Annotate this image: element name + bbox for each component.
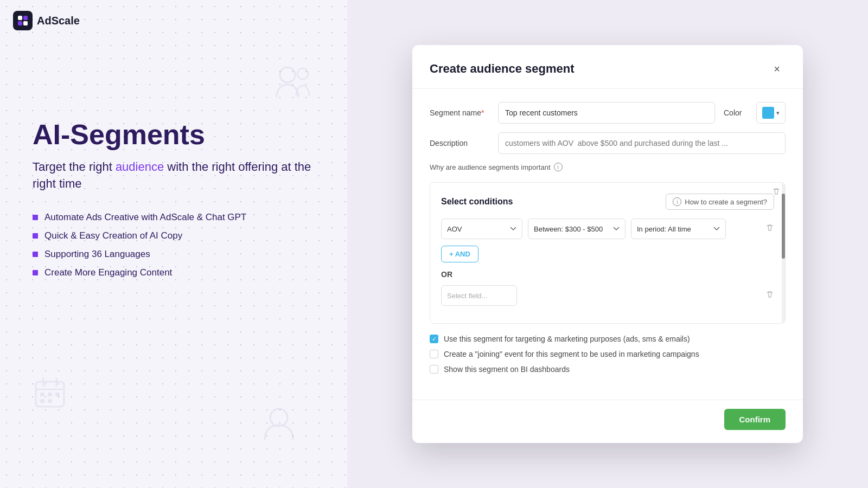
checkbox-row-3: Show this segment on BI dashboards [430,365,786,374]
scrollbar-thumb[interactable] [782,194,785,259]
svg-rect-10 [40,393,44,396]
modal-footer: Confirm [412,400,803,443]
how-to-button[interactable]: i How to create a segment? [666,194,774,210]
checkbox-section: Use this segment for targeting & marketi… [430,335,786,374]
condition-row: AOV Between: $300 - $500 In period: All … [441,219,774,239]
ghost-calendar-icon [33,375,67,412]
segment-name-input[interactable] [498,102,715,124]
and-button[interactable]: + AND [441,246,478,262]
list-item: Create More Engaging Content [33,267,326,278]
checkbox-targeting[interactable] [430,335,438,343]
svg-rect-11 [48,393,52,396]
checkbox-row-1: Use this segment for targeting & marketi… [430,335,786,343]
description-row: Description [430,132,786,154]
condition-operator-select[interactable]: Between: $300 - $500 [528,219,626,239]
svg-rect-0 [18,16,22,20]
scrollbar-track[interactable] [782,183,785,323]
color-selector[interactable]: ▾ [756,102,786,124]
bullet-icon [33,252,38,257]
svg-rect-3 [23,21,28,25]
feature-text: Automate Ads Creative with AdScale & Cha… [44,212,246,223]
list-item: Quick & Easy Creation of AI Copy [33,230,326,241]
condition-field-select-or[interactable]: Select field... [441,285,517,306]
checkbox-label-bi: Show this segment on BI dashboards [444,365,570,374]
feature-text: Quick & Easy Creation of AI Copy [44,230,182,241]
modal-body: Segment name* Color ▾ Description [412,89,803,400]
modal-backdrop: Create audience segment × Segment name* … [347,0,868,488]
feature-text: Supporting 36 Languages [44,249,150,260]
condition-row-or: Select field... [441,285,774,306]
description-label: Description [430,139,489,147]
why-link-text: Why are audience segments important [430,163,551,171]
info-icon: i [554,163,563,171]
svg-point-4 [280,67,295,82]
bullet-icon [33,215,38,220]
color-swatch [762,107,774,119]
modal-dialog: Create audience segment × Segment name* … [412,45,803,443]
info-circle-icon: i [673,197,681,206]
left-panel: AdScale AI-Segments Target the right aud… [0,0,347,488]
chevron-down-icon: ▾ [776,110,780,117]
list-item: Supporting 36 Languages [33,249,326,260]
modal-title: Create audience segment [430,62,575,76]
how-to-label: How to create a segment? [685,198,767,206]
hero-title: AI-Segments [33,119,326,150]
svg-rect-12 [55,393,60,396]
color-label: Color [724,108,748,117]
svg-rect-2 [18,21,22,25]
conditions-section: Select conditions i How to create a segm… [430,182,786,324]
or-label: OR [441,270,774,279]
bullet-icon [33,233,38,239]
checkbox-bi-dashboards[interactable] [430,365,438,374]
confirm-button[interactable]: Confirm [724,409,786,430]
svg-rect-14 [48,399,52,403]
svg-point-15 [270,409,288,426]
hero-subtitle-part1: Target the right [33,160,116,174]
delete-condition-icon[interactable] [765,223,774,234]
app-logo-text: AdScale [37,15,80,27]
list-item: Automate Ads Creative with AdScale & Cha… [33,212,326,223]
checkbox-label-joining: Create a "joining" event for this segmen… [444,350,699,358]
feature-text: Create More Engaging Content [44,267,172,278]
condition-field-select[interactable]: AOV [441,219,522,239]
delete-condition-group-icon[interactable] [772,187,781,198]
modal-header: Create audience segment × [412,45,803,89]
close-button[interactable]: × [768,60,786,78]
delete-condition-or-icon[interactable] [765,290,774,301]
hero-subtitle-highlight: audience [116,160,164,174]
ghost-users-icon-top [271,60,315,105]
checkbox-label-targeting: Use this segment for targeting & marketi… [444,335,690,343]
svg-rect-1 [23,16,28,20]
svg-rect-13 [40,399,44,403]
segment-name-label: Segment name* [430,108,489,117]
right-panel: Create audience segment × Segment name* … [347,0,868,488]
segment-name-row: Segment name* Color ▾ [430,102,786,124]
hero-subtitle: Target the right audience with the right… [33,159,326,192]
hero-content: AI-Segments Target the right audience wi… [33,119,326,278]
feature-list: Automate Ads Creative with AdScale & Cha… [33,212,326,278]
svg-point-5 [297,68,308,79]
logo-bar: AdScale [13,11,80,30]
condition-period-select[interactable]: In period: All time [631,219,726,239]
conditions-header: Select conditions i How to create a segm… [441,194,774,210]
conditions-title: Select conditions [441,197,513,207]
app-logo-icon [13,11,33,30]
checkbox-joining-event[interactable] [430,350,438,358]
bullet-icon [33,270,38,275]
why-link[interactable]: Why are audience segments important i [430,163,786,171]
description-input[interactable] [498,132,786,154]
ghost-person-icon [259,403,298,445]
checkbox-row-2: Create a "joining" event for this segmen… [430,350,786,358]
